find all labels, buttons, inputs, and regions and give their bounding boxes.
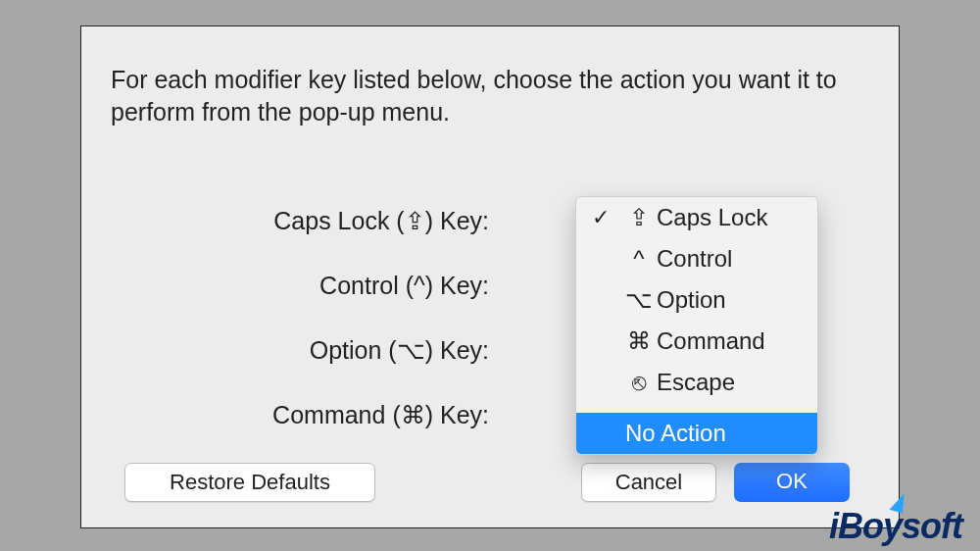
menu-item-no-action[interactable]: No Action	[576, 413, 817, 454]
menu-item-label: Option	[657, 286, 726, 313]
menu-item-option[interactable]: ⌥Option	[576, 279, 817, 321]
command-icon: ⌘	[625, 321, 653, 362]
dialog-buttons: Restore Defaults Cancel OK	[81, 463, 899, 504]
option-label: Option (⌥) Key:	[81, 336, 489, 365]
modifier-keys-dialog: For each modifier key listed below, choo…	[80, 25, 900, 528]
check-icon: ✓	[590, 197, 612, 238]
menu-item-command[interactable]: ⌘Command	[576, 321, 817, 362]
menu-item-control[interactable]: ^Control	[576, 238, 817, 279]
watermark-text: iBoysoft	[829, 506, 962, 546]
menu-item-escape[interactable]: ⎋Escape	[576, 362, 817, 403]
instruction-text: For each modifier key listed below, choo…	[111, 64, 856, 127]
option-icon: ⌥	[625, 279, 653, 321]
caps-lock-icon: ⇪	[625, 197, 653, 238]
ok-button[interactable]: OK	[734, 463, 850, 502]
menu-item-caps-lock[interactable]: ✓ ⇪Caps Lock	[576, 197, 817, 238]
restore-defaults-button[interactable]: Restore Defaults	[124, 463, 375, 502]
menu-item-label: Command	[657, 327, 765, 354]
menu-item-label: Escape	[657, 369, 735, 395]
control-label: Control (^) Key:	[81, 272, 489, 300]
menu-item-label: Control	[657, 245, 732, 272]
escape-icon: ⎋	[625, 362, 653, 403]
caps-lock-label: Caps Lock (⇪) Key:	[81, 207, 489, 235]
action-dropdown-menu: ✓ ⇪Caps Lock ^Control ⌥Option ⌘Command ⎋…	[575, 196, 818, 455]
command-label: Command (⌘) Key:	[81, 401, 489, 429]
cancel-button[interactable]: Cancel	[581, 463, 716, 502]
menu-separator	[576, 403, 817, 413]
watermark-logo: iBoysoft	[829, 506, 962, 547]
control-icon: ^	[625, 238, 653, 279]
menu-item-label: No Action	[625, 420, 726, 446]
menu-item-label: Caps Lock	[657, 204, 767, 230]
